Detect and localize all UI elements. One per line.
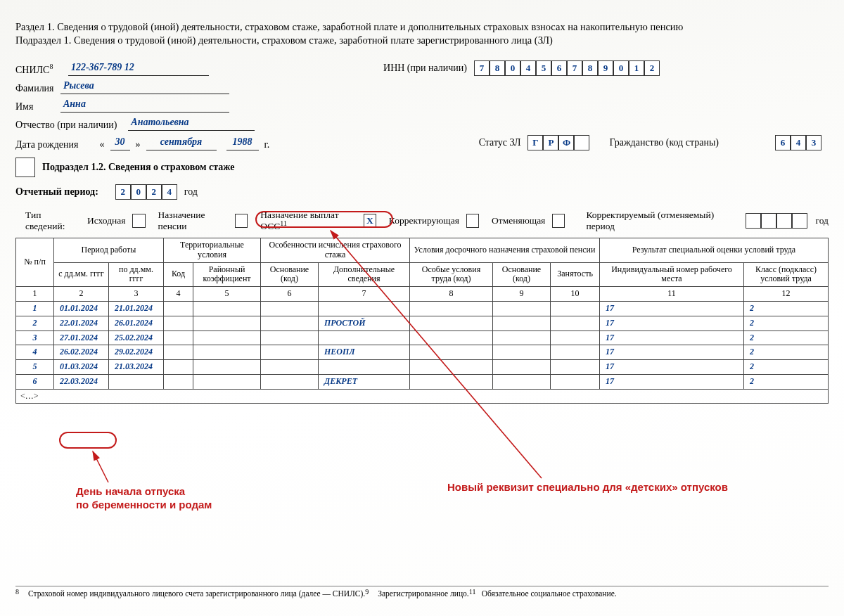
surname-label: Фамилия [15, 83, 60, 94]
status-label: Статус ЗЛ [479, 137, 521, 148]
inn-digit: 5 [536, 60, 551, 76]
inn-label: ИНН (при наличии) [383, 63, 467, 74]
sub12-checkbox[interactable] [15, 158, 35, 177]
status-digit: Г [528, 135, 543, 150]
th-early: Условия досрочного назначения страховой … [410, 238, 600, 263]
inn-digit: 0 [505, 60, 520, 76]
corr-period-label: Корректируемый (отменяемый) период [586, 210, 736, 232]
period-digit: 4 [162, 184, 177, 200]
inn-digit: 8 [490, 60, 505, 76]
period-digit: 2 [115, 184, 131, 200]
citizenship-digit: 3 [806, 135, 821, 150]
period-boxes: 2024 [115, 184, 177, 200]
types-label: Тип сведений: [25, 210, 80, 232]
name-label: Имя [15, 101, 60, 113]
th-early-emp: Занятость [551, 262, 600, 287]
inn-digit: 7 [567, 60, 582, 76]
type-label: Исходная [87, 215, 125, 226]
th-early-base: Основание (код) [493, 262, 551, 287]
th-early-special: Особые условия труда (код) [410, 262, 493, 287]
type-checkbox[interactable] [466, 214, 479, 228]
col-num: 6 [261, 287, 319, 302]
table-ellipsis: <…> [15, 390, 829, 404]
type-checkbox[interactable] [235, 214, 248, 228]
col-num: 4 [164, 287, 193, 302]
corr-period-boxes [746, 213, 807, 229]
footnote: 9Зарегистрированное лицо. [365, 589, 469, 598]
patronymic-label: Отчество (при наличии) [15, 120, 117, 131]
type-label: Назначение выплат ОСС11 [260, 210, 356, 232]
inn-digit: 1 [629, 60, 644, 76]
table-row: 327.01.202425.02.2024172 [16, 331, 829, 345]
footnotes: 8Страховой номер индивидуального лицевог… [15, 586, 829, 598]
footnote: 11Обязательное социальное страхование. [469, 589, 617, 598]
inn-digit: 6 [551, 60, 567, 76]
snils-value: 122-367-789 12 [68, 62, 209, 76]
status-boxes: ГРФ [528, 135, 589, 150]
sub12-label: Подраздел 1.2. Сведения о страховом стаж… [42, 162, 234, 173]
type-label: Корректирующая [389, 215, 459, 226]
inn-digit: 8 [582, 60, 598, 76]
dob-month: сентября [146, 136, 217, 150]
th-stazh-add: Дополнительные сведения [319, 262, 410, 287]
main-table: № п/п Период работы Территориальные усло… [15, 238, 829, 390]
period-digit: 0 [131, 184, 146, 200]
annotation-left: День начала отпуска по беременности и ро… [76, 485, 212, 512]
th-stazh-base: Основание (код) [261, 262, 319, 287]
patronymic-line: Отчество (при наличии) Анатольевна [15, 117, 829, 131]
col-num: 3 [109, 287, 164, 302]
table-row: 222.01.202426.01.2024ПРОСТОЙ172 [16, 316, 829, 331]
th-sout-num: Индивидуальный номер рабочего места [600, 262, 744, 287]
dob-year: 1988 [226, 136, 259, 150]
status-digit: Ф [558, 135, 574, 150]
type-checkbox[interactable] [552, 214, 565, 228]
inn-boxes: 780456789012 [474, 60, 660, 76]
section-titles: Раздел 1. Сведения о трудовой (иной) дея… [15, 21, 829, 46]
citizenship-label: Гражданство (код страны) [609, 137, 719, 148]
th-terr-coef: Районный коэффициент [193, 262, 261, 287]
type-checkbox[interactable]: Х [364, 214, 376, 228]
col-num: 1 [16, 287, 54, 302]
footnote: 8Страховой номер индивидуального лицевог… [15, 589, 365, 598]
dob-block: Дата рождения « 30 » сентября 1988 г. [15, 136, 269, 150]
annotation-right: Новый реквизит специально для «детских» … [447, 481, 728, 494]
patronymic-value: Анатольевна [128, 117, 255, 131]
th-to: по дд.мм. гггг [109, 262, 164, 287]
period-label: Отчетный период: [15, 186, 98, 198]
status-digit [574, 135, 589, 150]
surname-line: Фамилия Рысева [15, 80, 829, 94]
inn-digit: 0 [613, 60, 629, 76]
inn-digit: 4 [520, 60, 536, 76]
name-line: Имя Анна [15, 98, 829, 113]
snils-label: СНИЛС8 [15, 65, 53, 76]
inn-digit: 7 [474, 60, 490, 76]
col-num: 8 [410, 287, 493, 302]
col-num: 11 [600, 287, 744, 302]
col-num: 2 [54, 287, 109, 302]
th-stazh: Особенности исчисления страхового стажа [261, 238, 410, 263]
subsection-title: Подраздел 1. Сведения о трудовой (иной) … [15, 34, 829, 46]
th-sout-class: Класс (подкласс) условий труда [744, 262, 829, 287]
inn-digit: 9 [598, 60, 613, 76]
period-digit: 2 [146, 184, 162, 200]
type-label: Отменяющая [492, 215, 545, 226]
col-num: 12 [744, 287, 829, 302]
snils-block: СНИЛС8 122-367-789 12 [15, 62, 209, 76]
col-num: 10 [551, 287, 600, 302]
col-num: 5 [193, 287, 261, 302]
table-row: 622.03.2024ДЕКРЕТ172 [16, 374, 829, 389]
citizenship-boxes: 643 [775, 135, 821, 150]
svg-line-1 [93, 451, 108, 482]
type-checkbox[interactable] [132, 214, 145, 228]
inn-block: ИНН (при наличии) 780456789012 [383, 60, 660, 76]
citizenship-digit: 6 [775, 135, 791, 150]
inn-digit: 2 [644, 60, 660, 76]
citizenship-digit: 4 [791, 135, 806, 150]
highlight-date [59, 432, 117, 449]
dob-day: 30 [110, 136, 130, 150]
status-citizenship: Статус ЗЛ ГРФ Гражданство (код страны) 6… [479, 135, 821, 150]
th-terr-code: Код [164, 262, 193, 287]
surname-value: Рысева [60, 80, 229, 94]
status-digit: Р [543, 135, 558, 150]
col-num: 9 [493, 287, 551, 302]
